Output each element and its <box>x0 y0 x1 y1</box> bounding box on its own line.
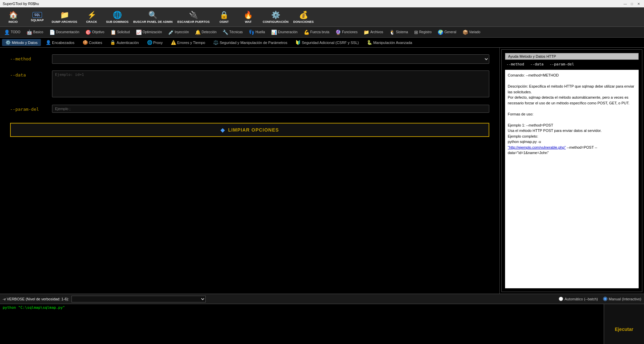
toolbar-btn-escanear[interactable]: 🔌ESCANEAR PUERTOS <box>175 8 211 26</box>
navtab-variado[interactable]: 📦Variado <box>460 28 483 37</box>
toolbar-icon-osint: 🔒 <box>219 11 229 19</box>
navtab-fuerza-bruta[interactable]: 💪Fuerza bruta <box>301 28 332 37</box>
navtab-huella[interactable]: 👣Huella <box>246 28 267 37</box>
window-controls[interactable]: — □ ✕ <box>623 1 641 6</box>
titlebar: SuperGTool by R0$hu — □ ✕ <box>0 0 644 7</box>
methodtab-autenticacion[interactable]: 🔒Autenticación <box>107 39 142 46</box>
left-panel: --method GET POST PUT DELETE HEAD OPTION… <box>0 48 500 294</box>
data-textarea[interactable] <box>52 70 489 97</box>
navtab-label-funciones: Funciones <box>342 30 357 34</box>
maximize-button[interactable]: □ <box>629 1 635 6</box>
help-example1-desc: Usa el método HTTP POST para enviar dato… <box>508 128 636 134</box>
app-title: SuperGTool by R0$hu <box>3 2 39 6</box>
minimize-button[interactable]: — <box>623 1 628 6</box>
navtab-registro[interactable]: ⊞Registro <box>411 28 434 37</box>
toolbar-label-escanear: ESCANEAR PUERTOS <box>177 20 209 23</box>
methodtab-icon-errores-tiempo: ⚠️ <box>171 40 176 45</box>
navtab-sistema[interactable]: 🐧Sistema <box>387 28 411 37</box>
toolbar-btn-config[interactable]: ⚙️CONFIGURACIÓN <box>261 8 291 26</box>
auto-mode-label: Automático (--batch) <box>559 297 598 301</box>
toolbar-btn-crack[interactable]: ⚡CRACK <box>80 8 103 26</box>
navtab-icon-funciones: 🔮 <box>335 30 341 35</box>
toolbar-icon-crack: ⚡ <box>87 11 96 19</box>
methodtab-seguridad-params[interactable]: ⚖️Seguridad y Manipulación de Parámetros <box>210 39 291 46</box>
toolbar-label-buscar: BUSCAR PANEL DE ADMIN <box>133 20 172 23</box>
toolbar-btn-subdom[interactable]: 🌐SUB DOMINIOS <box>104 8 131 26</box>
param-del-control <box>52 105 489 113</box>
help-tab-method[interactable]: --method <box>505 61 526 67</box>
methodtab-label-autenticacion: Autenticación <box>116 41 139 45</box>
auto-mode-radio[interactable] <box>559 297 563 301</box>
navtab-label-tecnicas: Técnicas <box>229 30 243 34</box>
navtab-icon-optimizacion: 📈 <box>136 30 142 35</box>
help-example1-label: Ejemplo 1: --method=POST <box>508 122 636 128</box>
methodtab-label-encabezados: Encabezados <box>52 41 75 45</box>
navtab-todo[interactable]: 👤TODO <box>1 28 23 37</box>
clear-options-button[interactable]: ◆ LIMPIAR OPCIONES <box>10 123 489 137</box>
help-description-line2: Por defecto, sqlmap detecta el método au… <box>508 95 636 106</box>
navtab-documentacion[interactable]: 📄Documentación <box>47 28 82 37</box>
methodtab-errores-tiempo[interactable]: ⚠️Errores y Tiempo <box>167 39 209 46</box>
execute-button[interactable]: Ejecutar <box>615 327 633 332</box>
methodtab-proxy[interactable]: 🌐Proxy <box>144 39 166 46</box>
navtab-label-archivos: Archivos <box>370 30 383 34</box>
help-tab-data[interactable]: --data <box>529 61 545 67</box>
clear-button-label: LIMPIAR OPCIONES <box>228 127 279 133</box>
auto-mode-text: Automático (--batch) <box>564 297 598 301</box>
navtab-icon-inyeccion: 💉 <box>168 30 174 35</box>
methodtab-metodo-datos[interactable]: ⚙️Método y Datos <box>2 39 41 46</box>
navtab-icon-huella: 👣 <box>249 30 254 35</box>
toolbar-btn-osint[interactable]: 🔒OSINT <box>212 8 236 26</box>
methodtab-icon-encabezados: 👤 <box>46 40 51 45</box>
methodtab-label-metodo-datos: Método y Datos <box>12 41 38 45</box>
navtab-general[interactable]: 🌍General <box>435 28 459 37</box>
navtab-label-optimizacion: Optimización <box>143 30 162 34</box>
manual-mode-radio[interactable] <box>603 297 607 301</box>
methodtab-seguridad-adicional[interactable]: 🔰Seguridad Adicional (CSRF y SSL) <box>292 39 362 46</box>
toolbar-btn-sqlmap[interactable]: SQLSQLMAP <box>26 8 49 26</box>
help-tab-param-del[interactable]: --param-del <box>548 61 576 67</box>
help-example-url-link[interactable]: "http://ejemplo.com/vulnerable.php" <box>508 145 566 149</box>
navtab-tecnicas[interactable]: 🔧Técnicas <box>220 28 245 37</box>
methodtab-cookies[interactable]: 🍪Cookies <box>79 39 106 46</box>
navtab-solicitud[interactable]: 📋Solicitud <box>108 28 133 37</box>
toolbar-btn-donaciones[interactable]: 💰DONACIONES <box>291 8 316 26</box>
toolbar-label-inicio: INICIO <box>8 20 18 23</box>
navtab-inyeccion[interactable]: 💉Inyección <box>165 28 192 37</box>
navtab-archivos[interactable]: 📁Archivos <box>361 28 386 37</box>
toolbar-btn-dump[interactable]: 📁DUMP ARCHIVOS <box>50 8 79 26</box>
navtab-funciones[interactable]: 🔮Funciones <box>333 28 360 37</box>
param-del-row: --param-del <box>10 105 489 113</box>
method-select[interactable]: GET POST PUT DELETE HEAD OPTIONS <box>52 54 489 64</box>
verbose-select[interactable]: 1 2 3 4 5 6 <box>71 296 206 302</box>
close-button[interactable]: ✕ <box>636 1 641 6</box>
toolbar-btn-inicio[interactable]: 🏠INICIO <box>1 8 25 26</box>
methodtab-icon-seguridad-params: ⚖️ <box>213 40 218 45</box>
toolbar-icon-config: ⚙️ <box>271 11 280 19</box>
navtab-label-inyeccion: Inyección <box>175 30 189 34</box>
methodtab-label-seguridad-adicional: Seguridad Adicional (CSRF y SSL) <box>302 41 359 45</box>
help-tabs: --method --data --param-del <box>505 61 639 67</box>
toolbar-label-osint: OSINT <box>219 20 229 23</box>
navtab-optimizacion[interactable]: 📈Optimización <box>133 28 165 37</box>
toolbar-icon-buscar: 🔍 <box>148 11 157 19</box>
methodtab-manipulacion[interactable]: 🐍Manipulación Avanzada <box>363 39 415 46</box>
help-usage-title: Formas de uso: <box>508 111 636 117</box>
navtab-icon-registro: ⊞ <box>414 30 418 35</box>
param-del-input[interactable] <box>52 105 489 113</box>
execute-panel: Ejecutar <box>604 304 644 344</box>
navtab-label-registro: Registro <box>419 30 432 34</box>
main-content: --method GET POST PUT DELETE HEAD OPTION… <box>0 48 644 294</box>
navtab-deteccion[interactable]: 🔔Detección <box>192 28 219 37</box>
navtab-basico[interactable]: 🤖Basico <box>24 28 46 37</box>
navtab-enumeracion[interactable]: 📊Enumeración <box>268 28 300 37</box>
toolbar-btn-waf[interactable]: 🔥WAF <box>237 8 260 26</box>
methodtab-encabezados[interactable]: 👤Encabezados <box>42 39 78 46</box>
method-label: --method <box>10 54 47 61</box>
toolbar-btn-buscar[interactable]: 🔍BUSCAR PANEL DE ADMIN <box>131 8 175 26</box>
toolbar-icon-inicio: 🏠 <box>9 11 18 19</box>
methodtab-label-manipulacion: Manipulación Avanzada <box>373 41 412 45</box>
diamond-icon: ◆ <box>220 127 225 133</box>
mode-radio-group: Automático (--batch) Manual (Interactivo… <box>559 297 641 301</box>
navtab-objetivo[interactable]: 🎯Objetivo <box>83 28 107 37</box>
